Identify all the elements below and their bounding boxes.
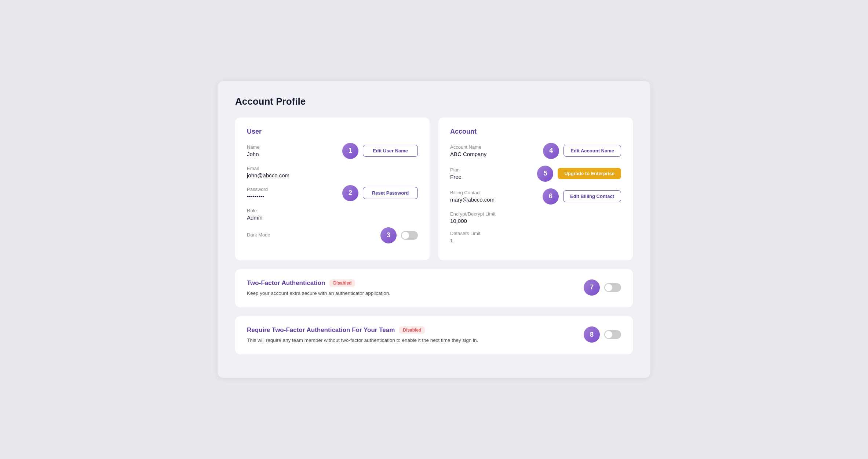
team-two-factor-card: Require Two-Factor Authentication For Yo… xyxy=(235,316,633,354)
dark-mode-field-info: Dark Mode xyxy=(247,232,270,239)
edit-billing-contact-button[interactable]: Edit Billing Contact xyxy=(563,190,621,202)
password-value: ••••••••• xyxy=(247,193,268,199)
step-badge-5: 5 xyxy=(537,166,553,182)
billing-contact-field-info: Billing Contact mary@abcco.com xyxy=(450,190,495,203)
step-badge-8: 8 xyxy=(584,326,600,343)
name-action-group: 1 Edit User Name xyxy=(342,143,418,159)
edit-user-name-button[interactable]: Edit User Name xyxy=(363,145,418,157)
two-factor-description: Keep your account extra secure with an a… xyxy=(247,290,569,297)
billing-contact-label: Billing Contact xyxy=(450,190,495,195)
email-label: Email xyxy=(247,166,289,171)
encrypt-limit-field-info: Encrypt/Decrypt Limit 10,000 xyxy=(450,211,496,224)
datasets-limit-label: Datasets Limit xyxy=(450,231,480,236)
datasets-limit-value: 1 xyxy=(450,237,480,243)
dark-mode-toggle-wrap: 3 xyxy=(380,227,418,243)
email-value: john@abcco.com xyxy=(247,172,289,178)
account-name-row: Account Name ABC Company 4 Edit Account … xyxy=(450,143,621,159)
plan-action-group: 5 Upgrade to Enterprise xyxy=(537,166,621,182)
role-label: Role xyxy=(247,208,263,213)
role-field-info: Role Admin xyxy=(247,208,263,221)
datasets-limit-field-info: Datasets Limit 1 xyxy=(450,231,480,243)
two-factor-content: Two-Factor Authentication Disabled Keep … xyxy=(247,279,584,297)
step-badge-4: 4 xyxy=(543,143,559,159)
encrypt-limit-row: Encrypt/Decrypt Limit 10,000 xyxy=(450,211,621,224)
team-two-factor-content: Require Two-Factor Authentication For Yo… xyxy=(247,326,584,344)
two-factor-toggle[interactable] xyxy=(604,283,621,292)
account-card-title: Account xyxy=(450,128,621,135)
password-label: Password xyxy=(247,187,268,192)
team-two-factor-title: Require Two-Factor Authentication For Yo… xyxy=(247,326,395,334)
team-two-factor-toggle[interactable] xyxy=(604,330,621,339)
step-badge-7: 7 xyxy=(584,279,600,296)
top-grid: User Name John 1 Edit User Name Email jo… xyxy=(235,118,633,260)
plan-field-info: Plan Free xyxy=(450,167,462,180)
user-card-title: User xyxy=(247,128,418,135)
step-badge-3: 3 xyxy=(380,227,397,243)
email-field-info: Email john@abcco.com xyxy=(247,166,289,178)
billing-action-group: 6 Edit Billing Contact xyxy=(543,188,621,205)
role-row: Role Admin xyxy=(247,208,418,221)
password-action-group: 2 Reset Password xyxy=(342,185,418,201)
dark-mode-label: Dark Mode xyxy=(247,232,270,238)
upgrade-button[interactable]: Upgrade to Enterprise xyxy=(558,168,621,179)
datasets-limit-row: Datasets Limit 1 xyxy=(450,231,621,243)
two-factor-title: Two-Factor Authentication xyxy=(247,279,325,287)
role-value: Admin xyxy=(247,214,263,221)
edit-account-name-button[interactable]: Edit Account Name xyxy=(564,145,621,157)
plan-row: Plan Free 5 Upgrade to Enterprise xyxy=(450,166,621,182)
page-container: Account Profile User Name John 1 Edit Us… xyxy=(218,81,650,378)
name-field-info: Name John xyxy=(247,144,260,157)
encrypt-limit-label: Encrypt/Decrypt Limit xyxy=(450,211,496,217)
step-badge-2: 2 xyxy=(342,185,358,201)
encrypt-limit-value: 10,000 xyxy=(450,218,496,224)
account-name-field-info: Account Name ABC Company xyxy=(450,144,486,157)
two-factor-card: Two-Factor Authentication Disabled Keep … xyxy=(235,269,633,307)
dark-mode-toggle[interactable] xyxy=(401,231,418,240)
team-two-factor-description: This will require any team member withou… xyxy=(247,337,569,344)
billing-contact-row: Billing Contact mary@abcco.com 6 Edit Bi… xyxy=(450,188,621,205)
two-factor-action: 7 xyxy=(584,279,621,296)
account-name-label: Account Name xyxy=(450,144,486,150)
plan-value: Free xyxy=(450,174,462,180)
password-field-info: Password ••••••••• xyxy=(247,187,268,199)
team-two-factor-title-row: Require Two-Factor Authentication For Yo… xyxy=(247,326,569,334)
step-badge-6: 6 xyxy=(543,188,559,205)
team-two-factor-action: 8 xyxy=(584,326,621,343)
plan-label: Plan xyxy=(450,167,462,173)
two-factor-title-row: Two-Factor Authentication Disabled xyxy=(247,279,569,287)
team-two-factor-badge: Disabled xyxy=(399,326,425,334)
email-row: Email john@abcco.com xyxy=(247,166,418,178)
password-row: Password ••••••••• 2 Reset Password xyxy=(247,185,418,201)
account-name-value: ABC Company xyxy=(450,151,486,157)
name-row: Name John 1 Edit User Name xyxy=(247,143,418,159)
name-label: Name xyxy=(247,144,260,150)
user-card: User Name John 1 Edit User Name Email jo… xyxy=(235,118,430,260)
account-name-action-group: 4 Edit Account Name xyxy=(543,143,621,159)
reset-password-button[interactable]: Reset Password xyxy=(363,187,418,199)
step-badge-1: 1 xyxy=(342,143,358,159)
name-value: John xyxy=(247,151,260,157)
two-factor-badge: Disabled xyxy=(329,279,355,287)
billing-contact-value: mary@abcco.com xyxy=(450,196,495,203)
page-title: Account Profile xyxy=(235,96,633,107)
account-card: Account Account Name ABC Company 4 Edit … xyxy=(438,118,633,260)
dark-mode-row: Dark Mode 3 xyxy=(247,227,418,243)
